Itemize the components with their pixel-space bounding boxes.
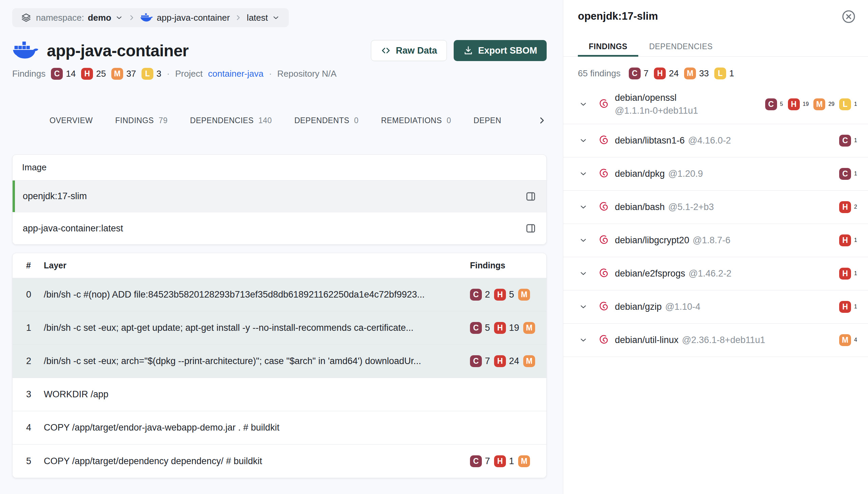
- debian-icon: [599, 267, 609, 280]
- list-item[interactable]: debian/dpkg @1.20.9 C 1: [563, 157, 868, 191]
- detail-side-panel: openjdk:17-slim FINDINGS DEPENDENCIES 65…: [563, 0, 868, 494]
- chevron-down-icon[interactable]: [579, 302, 588, 311]
- tab-count: 0: [447, 116, 451, 125]
- package-info: debian/util-linux @2.36.1-8+deb11u1: [615, 335, 765, 345]
- severity-badge: H 24: [654, 68, 679, 79]
- list-item[interactable]: debian/bash @5.1-2+b3 H 2: [563, 191, 868, 224]
- tab-findings[interactable]: FINDINGS: [578, 37, 638, 56]
- column-layer: Layer: [44, 261, 470, 270]
- main-tab[interactable]: REMEDIATIONS 0: [381, 116, 451, 125]
- main-tab[interactable]: DEPENDENCIES 140: [190, 116, 272, 125]
- severity-letter: L: [839, 98, 851, 110]
- main-tab[interactable]: FINDINGS 79: [115, 116, 168, 125]
- tabs-overflow-chevron-icon[interactable]: [534, 114, 547, 127]
- main-tabbar: OVERVIEW FINDINGS 79 DEPENDENCIES 140 DE…: [12, 114, 547, 127]
- project-link[interactable]: container-java: [208, 69, 263, 79]
- package-info: debian/dpkg @1.20.9: [615, 169, 703, 179]
- tab-label: FINDINGS: [589, 42, 627, 51]
- table-row[interactable]: 5 COPY /app/target/dependency dependency…: [13, 444, 546, 478]
- severity-badge: C 7: [470, 455, 490, 467]
- package-name: debian/dpkg: [615, 169, 665, 179]
- panel-toggle-icon[interactable]: [525, 191, 536, 202]
- package-version: @1.20.9: [668, 169, 703, 179]
- chevron-down-icon[interactable]: [579, 136, 588, 145]
- image-row[interactable]: app-java-container:latest: [13, 212, 546, 244]
- severity-badge: C 7: [629, 68, 648, 79]
- table-row[interactable]: 0 /bin/sh -c #(nop) ADD file:84523b58201…: [13, 278, 546, 311]
- main-tab[interactable]: DEPENDENTS 0: [294, 116, 359, 125]
- severity-count: 1: [854, 304, 857, 310]
- chevron-down-icon[interactable]: [579, 169, 588, 178]
- breadcrumb-container[interactable]: app-java-container: [140, 13, 230, 23]
- debian-icon: [599, 167, 609, 180]
- severity-count: 1: [509, 456, 514, 467]
- table-row[interactable]: 3 WORKDIR /app: [13, 378, 546, 411]
- dot-separator: ·: [167, 69, 170, 79]
- image-row[interactable]: openjdk:17-slim: [13, 180, 546, 212]
- severity-badge: H 24: [494, 355, 519, 367]
- export-sbom-button[interactable]: Export SBOM: [454, 40, 547, 61]
- tab-label: OVERVIEW: [50, 116, 93, 125]
- severity-badge: C 1: [839, 168, 857, 180]
- severity-badge: M: [523, 322, 535, 334]
- chevron-down-icon[interactable]: [579, 269, 588, 278]
- severity-count: 7: [644, 68, 648, 79]
- severity-count: 1: [854, 137, 857, 144]
- table-row[interactable]: 2 /bin/sh -c set -eux; arch="$(dpkg --pr…: [13, 345, 546, 378]
- tab-count: 140: [259, 116, 272, 125]
- list-item[interactable]: debian/gzip @1.10-4 H 1: [563, 290, 868, 324]
- severity-letter: C: [470, 289, 482, 301]
- severity-letter: L: [714, 68, 726, 79]
- severity-badge: H 1: [839, 234, 857, 246]
- breadcrumb: namespace: demo: [12, 8, 289, 27]
- breadcrumb-version[interactable]: latest: [247, 13, 280, 23]
- package-badges: C 1: [839, 168, 857, 180]
- severity-badge: L 1: [714, 68, 734, 79]
- tab-count: 0: [354, 116, 359, 125]
- table-row[interactable]: 4 COPY /app/target/endor-java-webapp-dem…: [13, 411, 546, 444]
- close-icon[interactable]: [841, 9, 856, 24]
- list-item[interactable]: debian/openssl @1.1.1n-0+deb11u1 C 5: [563, 85, 868, 124]
- main-tab[interactable]: DEPEN: [474, 116, 502, 125]
- severity-badge: H 1: [839, 268, 857, 280]
- layer-command: /bin/sh -c #(nop) ADD file:84523b5820128…: [44, 289, 470, 300]
- layer-findings: C 7 H 1 M: [470, 455, 546, 467]
- package-info: debian/openssl @1.1.1n-0+deb11u1: [615, 92, 698, 116]
- raw-data-label: Raw Data: [396, 45, 437, 56]
- severity-badge: H 19: [494, 322, 519, 334]
- severity-count: 1: [854, 237, 857, 243]
- panel-title: openjdk:17-slim: [578, 0, 853, 22]
- severity-letter: M: [523, 355, 535, 367]
- main-tab[interactable]: OVERVIEW: [50, 116, 93, 125]
- severity-letter: C: [765, 98, 777, 110]
- breadcrumb-namespace[interactable]: namespace: demo: [36, 13, 123, 23]
- severity-count: 25: [96, 69, 106, 79]
- severity-letter: C: [51, 68, 63, 80]
- tab-label: DEPENDENTS: [294, 116, 349, 125]
- page-title: app-java-container: [47, 41, 189, 60]
- package-name: debian/openssl: [615, 92, 677, 103]
- raw-data-button[interactable]: Raw Data: [371, 40, 447, 61]
- list-item[interactable]: debian/util-linux @2.36.1-8+deb11u1 M 4: [563, 324, 868, 357]
- severity-letter: H: [81, 68, 93, 80]
- chevron-down-icon[interactable]: [579, 100, 588, 109]
- package-name: debian/libtasn1-6: [615, 135, 685, 146]
- column-index: #: [26, 261, 44, 270]
- tab-label: DEPENDENCIES: [190, 116, 253, 125]
- tab-count: 79: [158, 116, 168, 125]
- severity-count: 1: [729, 68, 734, 79]
- chevron-down-icon[interactable]: [579, 336, 588, 344]
- chevron-down-icon[interactable]: [579, 203, 588, 211]
- chevron-down-icon: [115, 14, 123, 22]
- list-item[interactable]: debian/libgcrypt20 @1.8.7-6 H 1: [563, 224, 868, 257]
- table-row[interactable]: 1 /bin/sh -c set -eux; apt-get update; a…: [13, 311, 546, 345]
- chevron-down-icon[interactable]: [579, 236, 588, 245]
- severity-badge: M: [518, 289, 530, 301]
- severity-badge: M 33: [684, 68, 709, 79]
- tab-dependencies[interactable]: DEPENDENCIES: [638, 37, 723, 56]
- docker-icon: [140, 13, 153, 23]
- panel-toggle-icon[interactable]: [525, 223, 536, 234]
- list-item[interactable]: debian/libtasn1-6 @4.16.0-2 C 1: [563, 124, 868, 157]
- severity-count: 3: [156, 69, 161, 79]
- list-item[interactable]: debian/e2fsprogs @1.46.2-2 H 1: [563, 257, 868, 290]
